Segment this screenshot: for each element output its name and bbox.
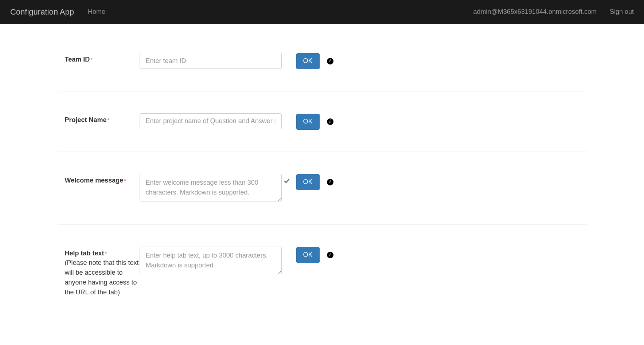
info-icon[interactable]: i <box>327 179 333 185</box>
project-name-ok-button[interactable]: OK <box>296 114 320 130</box>
user-email: admin@M365x63191044.onmicrosoft.com <box>473 8 596 16</box>
welcome-message-label: Welcome message <box>65 177 124 184</box>
row-team-id: Team ID* OK i <box>58 24 587 91</box>
label-col-help: Help tab text* (Please note that this te… <box>65 247 140 297</box>
app-brand[interactable]: Configuration App <box>10 7 74 17</box>
help-tab-note: (Please note that this text will be acce… <box>65 258 140 297</box>
team-id-ok-button[interactable]: OK <box>296 53 320 69</box>
row-help-tab: Help tab text* (Please note that this te… <box>58 225 587 319</box>
project-name-label: Project Name <box>65 116 107 124</box>
signout-link[interactable]: Sign out <box>610 8 634 16</box>
check-icon <box>284 178 290 185</box>
label-col-project-name: Project Name* <box>65 113 140 124</box>
row-welcome-message: Welcome message* OK i <box>58 152 587 225</box>
team-id-label: Team ID <box>65 56 90 63</box>
info-icon[interactable]: i <box>327 58 333 64</box>
required-star: * <box>105 251 107 256</box>
required-star: * <box>90 57 92 63</box>
help-tab-ok-button[interactable]: OK <box>296 247 320 263</box>
project-name-input[interactable] <box>140 113 282 129</box>
action-col-welcome: OK i <box>296 174 333 190</box>
required-star: * <box>108 117 109 123</box>
team-id-input[interactable] <box>140 53 282 69</box>
top-navbar: Configuration App Home admin@M365x631910… <box>0 0 644 24</box>
input-col-team-id <box>140 53 282 69</box>
navbar-left: Configuration App Home <box>10 7 105 17</box>
help-tab-textarea[interactable] <box>140 247 282 274</box>
welcome-message-textarea[interactable] <box>140 174 282 201</box>
info-icon[interactable]: i <box>327 252 333 258</box>
main-container: Team ID* OK i Project Name* OK i Welcome… <box>49 24 596 319</box>
row-project-name: Project Name* OK i <box>58 91 587 152</box>
required-star: * <box>124 178 126 184</box>
input-col-project-name <box>140 113 282 129</box>
action-col-help: OK i <box>296 247 333 263</box>
nav-home-link[interactable]: Home <box>88 8 105 16</box>
help-tab-label: Help tab text <box>65 250 104 257</box>
label-col-team-id: Team ID* <box>65 53 140 63</box>
input-col-help <box>140 247 282 275</box>
action-col-team-id: OK i <box>296 53 333 69</box>
info-icon[interactable]: i <box>327 118 333 125</box>
action-col-project-name: OK i <box>296 113 333 130</box>
navbar-right: admin@M365x63191044.onmicrosoft.com Sign… <box>473 8 634 16</box>
welcome-message-ok-button[interactable]: OK <box>296 174 320 190</box>
input-col-welcome <box>140 174 282 203</box>
label-col-welcome: Welcome message* <box>65 174 140 184</box>
